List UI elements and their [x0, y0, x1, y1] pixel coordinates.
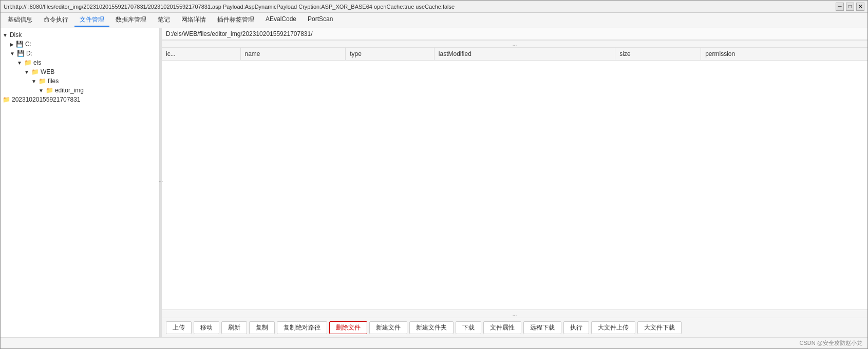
- maximize-button[interactable]: □: [846, 3, 854, 11]
- minimize-button[interactable]: ─: [836, 3, 844, 11]
- table-header: ic...nametypelastModifiedsizepermission: [162, 48, 867, 61]
- file-tree-panel[interactable]: ▼Disk▶💾C:▼💾D:▼📁eis▼📁WEB▼📁files▼📁editor_i…: [1, 28, 160, 337]
- col-lastModified[interactable]: lastModified: [434, 48, 615, 61]
- col-name[interactable]: name: [240, 48, 346, 61]
- menu-item-PortScan[interactable]: PortScan: [303, 14, 338, 27]
- tree-item[interactable]: 📁20231020155921707831: [1, 95, 159, 104]
- menu-item-文件管理[interactable]: 文件管理: [74, 14, 109, 27]
- toolbar-btn-上传[interactable]: 上传: [166, 321, 192, 334]
- menubar: 基础信息命令执行文件管理数据库管理笔记网络详情插件标签管理AEvalCodePo…: [1, 13, 867, 28]
- file-table-container[interactable]: ic...nametypelastModifiedsizepermission: [162, 48, 867, 309]
- menu-item-网络详情[interactable]: 网络详情: [176, 14, 211, 27]
- menu-item-笔记[interactable]: 笔记: [153, 14, 175, 27]
- main-content: ▼Disk▶💾C:▼💾D:▼📁eis▼📁WEB▼📁files▼📁editor_i…: [1, 28, 867, 337]
- toolbar: 上传移动刷新复制复制绝对路径删除文件新建文件新建文件夹下载文件属性远程下载执行大…: [162, 318, 867, 337]
- close-button[interactable]: ✕: [856, 3, 864, 11]
- toolbar-btn-执行[interactable]: 执行: [563, 321, 589, 334]
- toolbar-btn-删除文件[interactable]: 删除文件: [329, 321, 367, 334]
- toolbar-btn-新建文件[interactable]: 新建文件: [369, 321, 407, 334]
- toolbar-btn-文件属性[interactable]: 文件属性: [483, 321, 521, 334]
- menu-item-数据库管理[interactable]: 数据库管理: [110, 14, 152, 27]
- top-divider: ...: [162, 40, 867, 48]
- tree-item[interactable]: ▼📁eis: [1, 58, 159, 67]
- col-permission[interactable]: permission: [701, 48, 867, 61]
- tree-item[interactable]: ▼📁files: [1, 76, 159, 86]
- bottom-divider: ...: [162, 309, 867, 318]
- file-table: ic...nametypelastModifiedsizepermission: [162, 48, 867, 61]
- col-icon[interactable]: ic...: [162, 48, 240, 61]
- current-path[interactable]: D:/eis/WEB/files/editor_img/202310201559…: [166, 30, 313, 37]
- status-text: CSDN @安全攻防赵小龙: [800, 340, 862, 346]
- tree-item[interactable]: ▼Disk: [1, 30, 159, 40]
- toolbar-btn-复制[interactable]: 复制: [249, 321, 275, 334]
- col-size[interactable]: size: [615, 48, 701, 61]
- toolbar-btn-大文件下载[interactable]: 大文件下载: [637, 321, 682, 334]
- tree-item[interactable]: ▶💾C:: [1, 40, 159, 49]
- menu-item-AEvalCode[interactable]: AEvalCode: [260, 14, 301, 27]
- file-browser-panel: D:/eis/WEB/files/editor_img/202310201559…: [162, 28, 867, 337]
- path-bar: D:/eis/WEB/files/editor_img/202310201559…: [162, 28, 867, 40]
- resize-handle[interactable]: [160, 28, 162, 337]
- main-window: Url:http:// :8080/files/editor_img/20231…: [0, 0, 868, 349]
- menu-item-命令执行[interactable]: 命令执行: [39, 14, 73, 27]
- tree-item[interactable]: ▼💾D:: [1, 49, 159, 58]
- toolbar-btn-下载[interactable]: 下载: [456, 321, 481, 334]
- titlebar-text: Url:http:// :8080/files/editor_img/20231…: [4, 4, 836, 10]
- toolbar-btn-刷新[interactable]: 刷新: [221, 321, 247, 334]
- toolbar-btn-大文件上传[interactable]: 大文件上传: [591, 321, 635, 334]
- status-bar: CSDN @安全攻防赵小龙: [1, 337, 867, 348]
- tree-item[interactable]: ▼📁WEB: [1, 67, 159, 76]
- menu-item-插件标签管理[interactable]: 插件标签管理: [212, 14, 259, 27]
- toolbar-btn-新建文件夹[interactable]: 新建文件夹: [409, 321, 454, 334]
- menu-item-基础信息[interactable]: 基础信息: [3, 14, 37, 27]
- tree-item[interactable]: ▼📁editor_img: [1, 86, 159, 95]
- titlebar: Url:http:// :8080/files/editor_img/20231…: [1, 1, 867, 13]
- toolbar-btn-远程下载[interactable]: 远程下载: [523, 321, 561, 334]
- titlebar-controls: ─ □ ✕: [836, 3, 864, 11]
- toolbar-btn-移动[interactable]: 移动: [194, 321, 219, 334]
- col-type[interactable]: type: [346, 48, 435, 61]
- toolbar-btn-复制绝对路径[interactable]: 复制绝对路径: [277, 321, 327, 334]
